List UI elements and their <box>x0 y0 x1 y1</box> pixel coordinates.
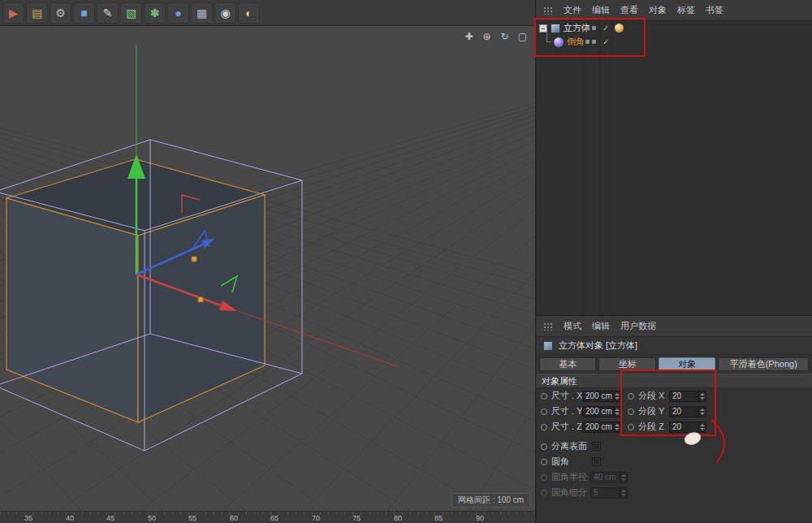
segments-z-value: 20 <box>672 422 681 431</box>
scale-handle[interactable] <box>198 297 203 302</box>
size-z-value: 200 cm <box>585 422 612 431</box>
am-menu-mode[interactable]: 模式 <box>564 320 581 332</box>
render-picture-viewer-button[interactable]: ▤ <box>26 2 48 24</box>
tab-coordinates[interactable]: 坐标 <box>598 357 655 371</box>
param-label: 分段 X <box>638 390 669 402</box>
object-row-cube[interactable]: − 立方体 ✓ <box>536 21 812 35</box>
spline-pen-icon: ✎ <box>103 6 113 19</box>
pan-icon[interactable]: ✚ <box>463 31 475 42</box>
enable-check-icon[interactable]: ✓ <box>603 37 609 46</box>
viewport-nav: ✚ ⊕ ↻ ▢ <box>463 31 529 42</box>
metaball-icon: ● <box>175 6 181 19</box>
size-x-input[interactable]: 200 cm <box>582 391 621 402</box>
render-settings-button[interactable]: ⚙ <box>50 2 71 24</box>
keyframe-dot-icon[interactable] <box>541 408 547 415</box>
object-label[interactable]: 倒角 <box>567 36 585 48</box>
camera-button[interactable]: ◉ <box>214 2 236 24</box>
keyframe-dot-icon[interactable] <box>628 424 634 430</box>
visibility-dots[interactable] <box>585 40 596 44</box>
keyframe-dot-icon[interactable] <box>541 443 547 450</box>
segments-x-input[interactable]: 20 <box>669 391 706 402</box>
om-column-divider <box>583 21 584 315</box>
cube-object-icon <box>543 341 553 351</box>
render-settings-icon: ⚙ <box>55 6 66 19</box>
array-icon: ✽ <box>150 6 160 19</box>
spinner[interactable] <box>698 422 706 432</box>
om-menu-edit[interactable]: 编辑 <box>592 4 610 16</box>
array-button[interactable]: ✽ <box>144 2 166 24</box>
param-label: 分段 Y <box>638 405 669 417</box>
size-y-value: 200 cm <box>585 407 612 416</box>
grid-spacing-badge: 网格间距 : 100 cm <box>451 493 530 508</box>
keyframe-dot-icon[interactable] <box>541 393 547 400</box>
om-menu-object[interactable]: 对象 <box>649 4 667 16</box>
add-cube-icon: ■ <box>80 6 87 19</box>
rotate-icon[interactable]: ↻ <box>499 31 511 42</box>
param-label: 尺寸 . X <box>551 390 582 402</box>
size-z-input[interactable]: 200 cm <box>582 421 621 433</box>
separate-surfaces-checkbox[interactable] <box>592 442 601 451</box>
enable-check-icon[interactable]: ✓ <box>603 24 609 32</box>
keyframe-dot-icon[interactable] <box>628 408 634 415</box>
visibility-dots[interactable] <box>585 26 596 30</box>
spinner[interactable] <box>613 422 620 432</box>
fillet-subdivision-input: 5 <box>590 487 628 499</box>
om-menu-bookmark[interactable]: 书签 <box>706 4 723 16</box>
light-button[interactable]: ◐ <box>238 2 260 24</box>
subdivision-surface-button[interactable]: ▧ <box>120 2 142 24</box>
ruler-tick: 65 <box>270 514 279 522</box>
zoom-icon[interactable]: ⊕ <box>481 31 493 42</box>
render-view-button[interactable]: ▶ <box>2 2 24 24</box>
timeline-ruler[interactable]: 35 40 45 50 55 60 65 70 75 80 85 90 <box>0 511 535 523</box>
instance-grid-button[interactable]: ▦ <box>191 2 213 24</box>
spinner[interactable] <box>698 391 706 401</box>
keyframe-dot-icon[interactable] <box>628 393 634 400</box>
om-menu-tag[interactable]: 标签 <box>677 4 695 16</box>
maximize-icon[interactable]: ▢ <box>516 31 529 42</box>
keyframe-dot-icon[interactable] <box>541 459 547 465</box>
ruler-tick: 35 <box>24 514 32 522</box>
param-label: 圆角 <box>551 456 590 468</box>
am-menu-userdata[interactable]: 用户数据 <box>620 320 656 332</box>
camera-icon: ◉ <box>220 6 230 19</box>
size-x-value: 200 cm <box>585 391 612 400</box>
param-row-fillet: 圆角 <box>536 454 812 469</box>
spinner[interactable] <box>613 391 620 401</box>
spinner[interactable] <box>698 407 706 417</box>
scale-handle[interactable] <box>192 257 197 262</box>
object-row-bevel[interactable]: 倒角 ✓ <box>536 35 812 49</box>
om-menu-view[interactable]: 查看 <box>620 4 638 16</box>
tab-basic[interactable]: 基本 <box>539 357 596 371</box>
3d-viewport[interactable]: ✚ ⊕ ↻ ▢ 网格间距 : 100 cm <box>0 26 535 511</box>
phong-tag-icon[interactable] <box>615 24 624 32</box>
param-label: 圆角细分 <box>551 486 590 499</box>
attribute-manager: 模式 编辑 用户数据 立方体对象 [立方体] 基本 坐标 对象 平滑着色(Pho… <box>536 315 812 523</box>
instance-grid-icon: ▦ <box>197 6 207 19</box>
tab-object[interactable]: 对象 <box>659 357 715 371</box>
render-picture-viewer-icon: ▤ <box>32 6 42 19</box>
object-manager-tree[interactable]: − 立方体 ✓ 倒角 ✓ <box>536 21 812 315</box>
om-menu-file[interactable]: 文件 <box>564 4 581 16</box>
segments-x-value: 20 <box>672 391 681 400</box>
ruler-tick: 90 <box>476 514 484 522</box>
panel-grip-icon[interactable] <box>543 6 553 15</box>
size-y-input[interactable]: 200 cm <box>582 406 621 417</box>
light-icon: ◐ <box>245 6 252 19</box>
expand-toggle-icon[interactable]: − <box>539 24 547 32</box>
add-cube-button[interactable]: ■ <box>73 2 95 24</box>
spline-pen-button[interactable]: ✎ <box>97 2 119 24</box>
fillet-checkbox[interactable] <box>592 457 601 466</box>
subdivision-surface-icon: ▧ <box>126 6 136 19</box>
render-view-icon: ▶ <box>9 6 18 19</box>
segments-y-value: 20 <box>672 407 681 416</box>
keyframe-dot-icon[interactable] <box>541 424 547 430</box>
tab-phong[interactable]: 平滑着色(Phong) <box>718 357 809 371</box>
segments-y-input[interactable]: 20 <box>669 406 706 417</box>
spinner[interactable] <box>613 407 620 417</box>
ruler-tick: 80 <box>394 514 402 522</box>
panel-grip-icon[interactable] <box>543 322 553 331</box>
segments-z-input[interactable]: 20 <box>669 421 706 433</box>
metaball-button[interactable]: ● <box>167 2 189 24</box>
cube-object-icon <box>551 24 560 33</box>
am-menu-edit[interactable]: 编辑 <box>592 320 610 332</box>
